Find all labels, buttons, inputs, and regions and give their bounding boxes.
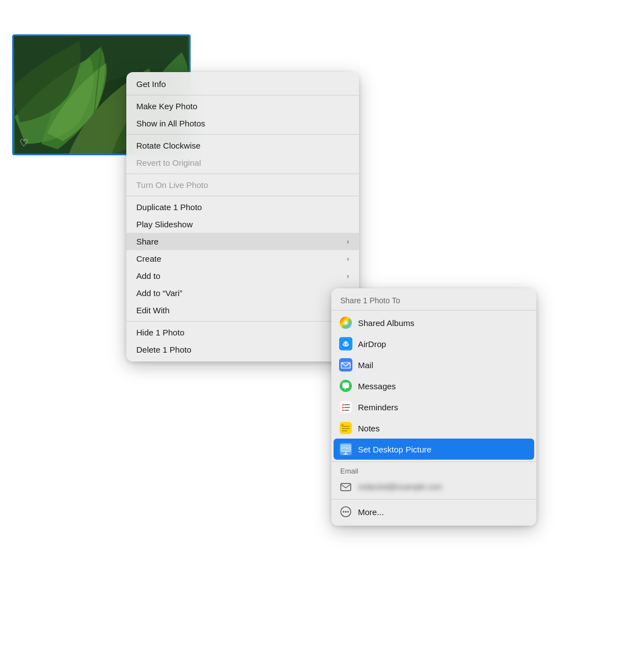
svg-rect-30 [341,483,351,491]
menu-item-create[interactable]: Create › [126,250,359,267]
share-airdrop[interactable]: AirDrop [331,333,536,354]
svg-point-6 [345,322,347,324]
shared-albums-icon [339,316,352,329]
svg-point-33 [345,511,347,513]
svg-rect-24 [341,424,344,426]
menu-item-add-to[interactable]: Add to › [126,267,359,284]
share-notes[interactable]: Notes [331,418,536,439]
messages-icon [339,379,352,393]
create-chevron-icon: › [347,254,349,263]
menu-item-duplicate[interactable]: Duplicate 1 Photo [126,198,359,216]
reminders-icon [339,400,352,414]
menu-item-edit-with[interactable]: Edit With › [126,302,359,319]
share-email[interactable]: redacted@example.com [331,476,536,497]
svg-point-34 [347,511,349,513]
share-more[interactable]: More... [331,501,536,522]
menu-item-share[interactable]: Share › [126,233,359,250]
menu-item-rotate-clockwise[interactable]: Rotate Clockwise [126,137,359,154]
menu-item-delete[interactable]: Delete 1 Photo [126,341,359,358]
share-chevron-icon: › [347,237,349,246]
mail-icon [339,358,352,371]
svg-rect-12 [340,401,352,413]
email-section-label: Email [331,464,536,476]
svg-point-15 [342,407,344,409]
menu-separator-1 [126,95,359,95]
email-icon [339,480,352,493]
share-mail[interactable]: Mail [331,354,536,375]
share-submenu-title: Share 1 Photo To [331,292,536,308]
menu-item-hide[interactable]: Hide 1 Photo [126,324,359,341]
share-messages[interactable]: Messages [331,375,536,396]
menu-separator-3 [126,174,359,174]
menu-item-add-to-vari[interactable]: Add to “Vari” [126,284,359,302]
submenu-separator-top [331,310,536,310]
add-to-chevron-icon: › [347,272,349,280]
submenu-email-separator [331,461,536,462]
menu-separator-2 [126,134,359,135]
share-submenu: Share 1 Photo To [331,288,536,526]
share-shared-albums[interactable]: Shared Albums [331,312,536,333]
svg-point-14 [342,404,344,406]
context-menu: Get Info Make Key Photo Show in All Phot… [126,72,359,362]
menu-separator-5 [126,321,359,322]
share-reminders[interactable]: Reminders [331,396,536,418]
menu-item-revert-to-original[interactable]: Revert to Original [126,154,359,171]
menu-item-make-key-photo[interactable]: Make Key Photo [126,98,359,115]
menu-item-play-slideshow[interactable]: Play Slideshow [126,216,359,233]
heart-icon: ♡ [19,137,28,149]
airdrop-icon [339,337,352,350]
menu-separator-4 [126,196,359,196]
share-set-desktop-picture[interactable]: Set Desktop Picture [334,439,534,460]
svg-point-32 [343,511,345,513]
desktop-icon [339,442,352,456]
menu-item-turn-on-live-photo[interactable]: Turn On Live Photo [126,176,359,194]
menu-item-get-info[interactable]: Get Info [126,75,359,93]
notes-icon [339,421,352,435]
menu-item-show-in-all-photos[interactable]: Show in All Photos [126,115,359,132]
svg-rect-20 [340,422,352,434]
more-icon [339,505,352,518]
submenu-more-separator [331,499,536,500]
svg-point-16 [342,410,344,411]
